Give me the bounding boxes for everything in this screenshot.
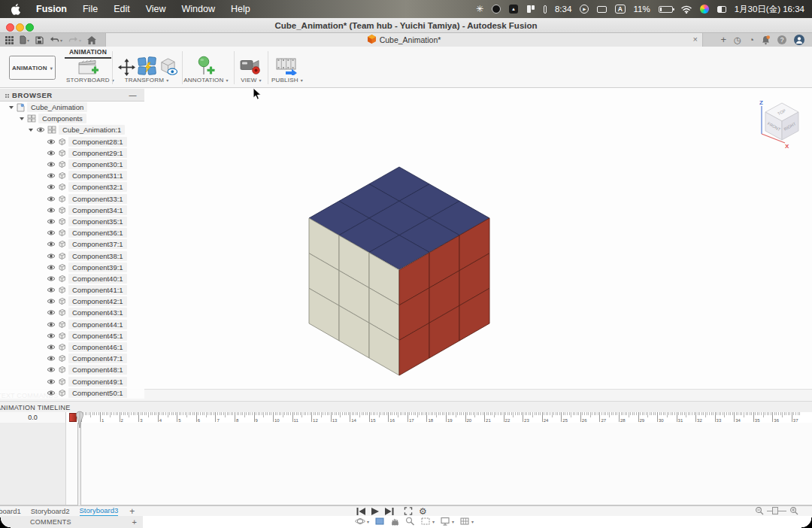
tree-node-label[interactable]: Component43:1 <box>68 308 127 317</box>
browser-component-row[interactable]: Component35:1 <box>0 216 144 227</box>
status-clock-small[interactable]: 8:34 <box>555 5 571 14</box>
playhead-pin[interactable] <box>74 411 85 432</box>
browser-component-row[interactable]: Component40:1 <box>0 273 144 284</box>
menu-item-file[interactable]: File <box>83 4 98 14</box>
tree-node-label[interactable]: Component28:1 <box>68 137 127 147</box>
visibility-eye-icon[interactable] <box>47 184 56 190</box>
input-source-icon[interactable]: A <box>615 5 625 14</box>
tree-node-label[interactable]: Component29:1 <box>68 148 127 158</box>
tree-node-label[interactable]: Component33:1 <box>68 194 127 204</box>
tree-node-label[interactable]: Cube_Animation:1 <box>59 125 125 135</box>
timeline-ruler[interactable]: 0.0 123456789101112131415161718192021222… <box>0 412 812 423</box>
browser-component-row[interactable]: Component29:1 <box>0 147 144 159</box>
browser-node-assembly[interactable]: Cube_Animation:1 <box>0 124 144 135</box>
browser-component-row[interactable]: Component49:1 <box>0 376 144 387</box>
visibility-eye-icon[interactable] <box>47 309 56 316</box>
annotation-group-label[interactable]: ANNOTATION▾ <box>176 77 236 83</box>
notifications-bell-icon[interactable] <box>762 35 770 45</box>
tree-node-label[interactable]: Component49:1 <box>68 377 127 387</box>
timeline-track-area[interactable] <box>0 423 812 505</box>
publish-video-icon[interactable] <box>275 57 298 78</box>
browser-component-row[interactable]: Component41:1 <box>0 284 144 296</box>
transform-components-icon[interactable] <box>138 56 157 79</box>
browser-component-row[interactable]: Component31:1 <box>0 170 144 181</box>
display-settings-icon[interactable]: ▾ <box>440 517 454 526</box>
visibility-eye-icon[interactable] <box>47 253 56 259</box>
redo-icon[interactable]: ▾ <box>68 36 81 44</box>
tree-node-label[interactable]: Component37:1 <box>68 239 127 249</box>
browser-component-row[interactable]: Component36:1 <box>0 227 144 238</box>
box-upload-status-icon[interactable]: ▲ <box>509 5 518 14</box>
visibility-eye-icon[interactable] <box>47 298 56 305</box>
storyboard-tab-1[interactable]: Storyboard1 <box>0 507 21 516</box>
window-tiling-icon[interactable] <box>526 5 535 13</box>
view-cube[interactable]: TOPFRONTRIGHTZX <box>752 94 812 153</box>
menu-item-view[interactable]: View <box>146 4 166 14</box>
tree-node-label[interactable]: Component35:1 <box>68 217 127 226</box>
chevron-down-icon[interactable] <box>29 129 33 132</box>
wifi-icon[interactable] <box>681 5 692 14</box>
visibility-eye-icon[interactable] <box>47 355 56 362</box>
apple-icon[interactable] <box>11 4 20 15</box>
fit-icon[interactable]: ▾ <box>420 517 435 526</box>
add-storyboard-button[interactable]: + <box>129 506 135 517</box>
tree-node-label[interactable]: Component34:1 <box>68 205 127 215</box>
grid-layout-icon[interactable]: ▾ <box>459 517 474 526</box>
screen-record-icon[interactable]: ▶ <box>580 5 589 14</box>
menu-item-window[interactable]: Window <box>182 4 215 14</box>
browser-component-row[interactable]: Component33:1 <box>0 193 144 205</box>
minimize-panel-icon[interactable]: — <box>129 91 137 99</box>
visibility-eye-icon[interactable] <box>47 390 56 396</box>
publish-group-label[interactable]: PUBLISH▾ <box>262 77 313 83</box>
visibility-eye-icon[interactable] <box>47 378 56 385</box>
history-clock-icon[interactable]: ◔ <box>749 35 754 45</box>
file-menu-icon[interactable]: ▾ <box>20 35 29 44</box>
browser-component-row[interactable]: Component28:1 <box>0 136 144 147</box>
chevron-down-icon[interactable] <box>20 117 24 120</box>
ribbon-tab-animation[interactable]: ANIMATION <box>65 48 111 56</box>
tree-node-label[interactable]: Components <box>38 114 86 123</box>
browser-node-components[interactable]: Components <box>0 113 144 124</box>
tree-node-label[interactable]: Component50:1 <box>68 388 127 398</box>
visibility-eye-icon[interactable] <box>47 321 56 328</box>
browser-node-root[interactable]: Cube_Animation <box>0 102 144 113</box>
browser-component-row[interactable]: Component30:1 <box>0 159 144 170</box>
visibility-eye-icon[interactable] <box>47 161 56 168</box>
tree-node-label[interactable]: Cube_Animation <box>27 102 87 112</box>
browser-component-row[interactable]: Component39:1 <box>0 262 144 273</box>
restore-home-icon[interactable] <box>158 57 178 79</box>
browser-component-row[interactable]: Component38:1 <box>0 250 144 261</box>
user-avatar[interactable] <box>794 35 804 45</box>
storyboard-tab-3[interactable]: Storyboard3 <box>80 506 119 517</box>
visibility-eye-icon[interactable] <box>47 287 56 293</box>
siri-icon[interactable] <box>700 5 709 14</box>
storyboard-tab-2[interactable]: Storyboard2 <box>31 507 70 516</box>
tree-node-label[interactable]: Component31:1 <box>68 171 127 181</box>
visibility-eye-icon[interactable] <box>47 218 56 225</box>
visibility-eye-icon[interactable] <box>47 207 56 214</box>
add-comment-icon[interactable]: + <box>132 517 137 526</box>
visibility-eye-icon[interactable] <box>47 229 56 236</box>
browser-component-row[interactable]: Component50:1 <box>0 387 144 399</box>
dark-circle-status-icon[interactable] <box>492 5 501 14</box>
battery-icon[interactable] <box>659 6 673 13</box>
orbit-icon[interactable]: ▾ <box>355 517 369 526</box>
visibility-eye-icon[interactable] <box>36 126 45 133</box>
accessibility-gear-icon[interactable]: ✳ <box>476 4 483 14</box>
browser-component-row[interactable]: Component47:1 <box>0 353 144 364</box>
tree-node-label[interactable]: Component45:1 <box>68 331 127 341</box>
timeline-zoom-slider[interactable] <box>767 511 786 511</box>
menu-item-edit[interactable]: Edit <box>114 4 130 14</box>
browser-component-row[interactable]: Component48:1 <box>0 364 144 375</box>
look-at-icon[interactable] <box>374 517 385 526</box>
dock-handle-icon[interactable] <box>5 94 7 96</box>
playback-settings-gear-icon[interactable]: ⚙ <box>419 507 427 516</box>
view-capture-icon[interactable] <box>240 58 261 78</box>
tree-node-label[interactable]: Component46:1 <box>68 342 127 352</box>
transform-group-label[interactable]: TRANSFORM▾ <box>113 77 180 83</box>
pan-icon[interactable] <box>390 517 400 526</box>
menu-datetime[interactable]: 1月30日(金) 16:34 <box>735 4 804 15</box>
browser-component-row[interactable]: Component37:1 <box>0 238 144 250</box>
tree-node-label[interactable]: Component48:1 <box>68 365 127 375</box>
tree-node-label[interactable]: Component32:1 <box>68 182 127 192</box>
